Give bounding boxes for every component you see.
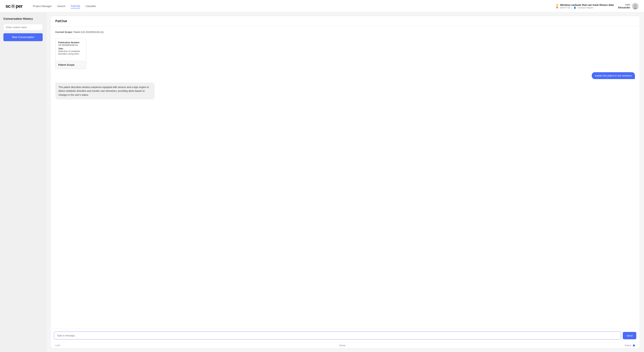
user-message: explain this patent in one sentence [55, 72, 635, 79]
user-message-bubble: explain this patent in one sentence [592, 72, 635, 79]
sidebar-title: Conversation History [4, 17, 43, 21]
folder-icon: 📁 [556, 4, 559, 7]
project-title-text: Wireless earbuds that can track fitness … [560, 4, 614, 6]
nav-classifier[interactable]: Classifier [86, 4, 96, 8]
person-icon: 👤 [574, 7, 576, 9]
chat-body: Current Scope: Patent (US-2018353130-A1)… [50, 27, 640, 329]
logo-text-per: per [16, 4, 22, 9]
chat-container: PatChat Current Scope: Patent (US-201835… [50, 16, 640, 348]
new-conversation-button[interactable]: New Conversation [4, 33, 43, 41]
logo-text-sc: sc [6, 4, 10, 9]
logo: sc per [6, 4, 22, 9]
patent-card[interactable]: Publication Number: US-2018353130-A1 Tit… [55, 38, 86, 69]
username-text: Alexander [618, 6, 630, 9]
sidebar: Conversation History New Conversation [0, 12, 46, 352]
project-date: 2024-07-03 [560, 7, 570, 9]
chat-title: PatChat [55, 19, 67, 23]
project-user: Candace Halpern [578, 7, 594, 9]
nav-patchat[interactable]: PatChat [71, 4, 80, 9]
chat-input-area: Send [50, 329, 640, 342]
user-info: Hello Alexander [618, 3, 638, 10]
meta-separator: | [572, 7, 572, 9]
patent-card-content: Publication Number: US-2018353130-A1 Tit… [56, 38, 86, 61]
avatar[interactable] [632, 3, 638, 10]
nav-links: Project Manager Search PatChat Classifie… [33, 4, 96, 9]
scope-value: Patent (US-2018353130-A1) [73, 31, 104, 34]
footer-dot [633, 344, 635, 346]
avatar-icon [632, 3, 638, 10]
title-label: Title: [58, 47, 83, 50]
pub-label: Publication Number: [58, 41, 83, 44]
title-text: Detection of metabolic disorders using w… [58, 50, 83, 55]
custom-name-input[interactable] [4, 24, 43, 31]
project-info: 📁 Wireless earbuds that can track fitnes… [556, 4, 614, 9]
header-right: 📁 Wireless earbuds that can track fitnes… [556, 3, 638, 10]
chat-section-header: PatChat [50, 16, 640, 27]
message-input[interactable] [54, 331, 621, 339]
gear-icon [11, 4, 15, 9]
main-layout: Conversation History New Conversation Pa… [0, 12, 644, 352]
chat-footer-bar: LLM Global Patent [50, 342, 640, 348]
header: sc per Project Manager Search PatChat Cl… [0, 0, 644, 12]
nav-project-manager[interactable]: Project Manager [33, 4, 52, 8]
current-scope: Current Scope: Patent (US-2018353130-A1) [55, 31, 635, 34]
patent-card-footer: Patent Scope [56, 61, 86, 69]
user-greeting: Hello Alexander [618, 4, 630, 9]
project-meta: 📅 2024-07-03 | 👤 Candace Halpern [556, 7, 594, 9]
calendar-icon: 📅 [556, 7, 558, 9]
ai-message: This patent describes wireless earpieces… [55, 83, 635, 99]
nav-search[interactable]: Search [57, 4, 66, 8]
project-title: 📁 Wireless earbuds that can track fitnes… [556, 4, 614, 7]
svg-point-0 [12, 5, 14, 7]
send-button[interactable]: Send [623, 332, 636, 339]
pub-number: US-2018353130-A1 [58, 44, 83, 46]
greeting-text: Hello [625, 4, 630, 6]
ai-message-bubble: This patent describes wireless earpieces… [55, 83, 155, 99]
footer-global: Global [339, 344, 346, 347]
footer-patent: Patent [625, 344, 631, 347]
footer-llm: LLM [55, 344, 60, 347]
scope-label: Current Scope: [55, 31, 73, 34]
svg-point-2 [634, 5, 636, 7]
